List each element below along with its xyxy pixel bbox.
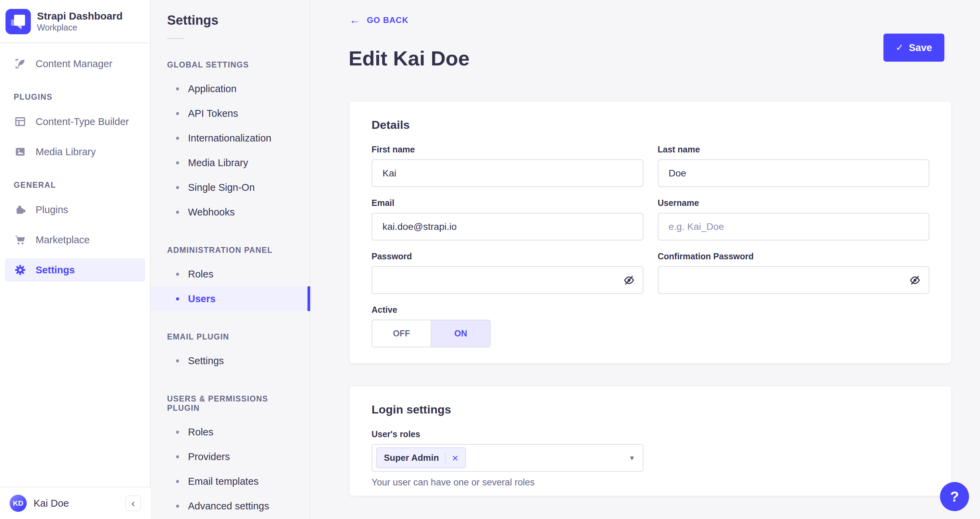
page-title: Edit Kai Doe xyxy=(348,46,469,70)
main-sidebar: Strapi Dashboard Workplace Content Manag… xyxy=(0,0,151,519)
gear-icon xyxy=(14,263,27,277)
bullet-icon xyxy=(176,161,179,164)
divider xyxy=(167,38,183,39)
bullet-icon xyxy=(176,431,179,434)
eye-off-icon[interactable] xyxy=(909,274,921,287)
subnav-heading-administration-panel: ADMINISTRATION PANEL xyxy=(167,246,293,255)
last-name-field: Last name xyxy=(658,145,930,187)
sidebar-item-content-manager[interactable]: Content Manager xyxy=(5,52,145,75)
workspace-subtitle: Workplace xyxy=(37,22,123,33)
settings-nav-item-providers[interactable]: Providers xyxy=(151,444,310,469)
email-field: Email xyxy=(372,198,643,240)
email-input[interactable] xyxy=(372,213,643,240)
settings-nav-item-email-settings[interactable]: Settings xyxy=(151,349,310,373)
puzzle-icon xyxy=(14,203,27,216)
settings-nav-item-admin-roles[interactable]: Roles xyxy=(151,262,310,287)
bullet-icon xyxy=(176,505,179,508)
bullet-icon xyxy=(176,455,179,459)
save-button[interactable]: ✓ Save xyxy=(883,33,944,62)
confirmation-password-label: Confirmation Password xyxy=(658,252,930,261)
bullet-icon xyxy=(176,297,179,301)
roles-helper-text: Your user can have one or several roles xyxy=(372,477,929,488)
settings-nav-item-webhooks[interactable]: Webhooks xyxy=(151,200,310,224)
bullet-icon xyxy=(176,480,179,483)
sidebar-item-plugins[interactable]: Plugins xyxy=(5,198,145,221)
sidebar-item-settings[interactable]: Settings xyxy=(5,258,145,282)
password-label: Password xyxy=(372,252,643,261)
settings-nav-item-single-sign-on[interactable]: Single Sign-On xyxy=(151,175,310,200)
workspace-text: Strapi Dashboard Workplace xyxy=(37,10,123,33)
first-name-input[interactable] xyxy=(372,159,643,187)
roles-select[interactable]: Super Admin × ▾ xyxy=(372,444,643,472)
toggle-on-button[interactable]: ON xyxy=(431,320,490,347)
bullet-icon xyxy=(176,211,179,214)
details-form: First name Last name Email xyxy=(372,145,929,347)
user-roles-label: User's roles xyxy=(372,429,929,439)
subnav-heading-email-plugin: EMAIL PLUGIN xyxy=(167,332,293,342)
sidebar-footer: KD Kai Doe ‹ xyxy=(0,487,151,519)
details-card-title: Details xyxy=(372,118,929,132)
sidebar-item-marketplace[interactable]: Marketplace xyxy=(5,228,145,252)
role-tag-label: Super Admin xyxy=(384,452,439,463)
bullet-icon xyxy=(176,273,179,276)
bullet-icon xyxy=(176,88,179,91)
layout-grid-icon xyxy=(14,115,27,128)
bullet-icon xyxy=(176,137,179,140)
sidebar-item-label: Content Manager xyxy=(36,58,112,70)
settings-nav-item-up-roles[interactable]: Roles xyxy=(151,420,310,444)
username-field: Username xyxy=(658,198,930,240)
sidebar-item-label: Marketplace xyxy=(36,234,90,246)
toggle-off-button[interactable]: OFF xyxy=(372,320,431,347)
settings-nav-label: Single Sign-On xyxy=(188,182,255,193)
settings-nav-item-internationalization[interactable]: Internationalization xyxy=(151,126,310,150)
settings-nav-label: Email templates xyxy=(188,476,259,487)
bullet-icon xyxy=(176,112,179,115)
confirmation-password-input[interactable] xyxy=(658,266,930,294)
strapi-logo-icon xyxy=(5,9,31,34)
sidebar-item-media-library[interactable]: Media Library xyxy=(5,140,145,163)
back-arrow-icon: ← xyxy=(349,14,361,26)
help-button[interactable]: ? xyxy=(940,482,969,511)
sidebar-item-content-type-builder[interactable]: Content-Type Builder xyxy=(5,110,145,133)
last-name-label: Last name xyxy=(658,145,930,154)
divider xyxy=(445,453,446,463)
sidebar-section-plugins: PLUGINS xyxy=(5,92,145,102)
go-back-link[interactable]: ← GO BACK xyxy=(349,14,409,26)
settings-nav-label: Roles xyxy=(188,269,213,280)
question-mark-icon: ? xyxy=(950,489,959,505)
password-input[interactable] xyxy=(372,266,643,294)
active-field: Active OFF ON xyxy=(372,305,643,347)
settings-nav-label: Webhooks xyxy=(188,207,235,218)
first-name-field: First name xyxy=(372,145,643,187)
settings-nav-item-admin-users[interactable]: Users xyxy=(151,287,310,311)
sidebar-item-label: Plugins xyxy=(36,204,68,215)
main-content: ← GO BACK Edit Kai Doe ✓ Save Details Fi… xyxy=(310,0,980,519)
collapse-sidebar-button[interactable]: ‹ xyxy=(125,495,141,511)
settings-nav-label: Application xyxy=(188,83,237,94)
sidebar-nav-list: Content Manager PLUGINS Content-Type Bui… xyxy=(0,43,150,282)
picture-icon xyxy=(14,145,27,158)
settings-nav-item-advanced-settings[interactable]: Advanced settings xyxy=(151,494,310,518)
last-name-input[interactable] xyxy=(658,159,930,187)
user-roles-field: User's roles Super Admin × ▾ Your user c… xyxy=(372,429,929,488)
sidebar-section-general: GENERAL xyxy=(5,180,145,190)
bullet-icon xyxy=(176,359,179,363)
settings-nav-item-media-library[interactable]: Media Library xyxy=(151,150,310,175)
username-input[interactable] xyxy=(658,213,930,240)
close-icon[interactable]: × xyxy=(452,452,458,463)
settings-nav-label: Roles xyxy=(188,427,213,438)
shopping-cart-icon xyxy=(14,233,27,246)
confirmation-password-field: Confirmation Password xyxy=(658,252,930,294)
role-tag: Super Admin × xyxy=(376,447,466,468)
chevron-down-icon[interactable]: ▾ xyxy=(630,454,634,462)
user-name[interactable]: Kai Doe xyxy=(33,498,69,509)
settings-nav-label: Advanced settings xyxy=(188,500,269,512)
first-name-label: First name xyxy=(372,145,643,154)
avatar[interactable]: KD xyxy=(10,495,27,512)
bullet-icon xyxy=(176,186,179,189)
settings-nav-item-email-templates[interactable]: Email templates xyxy=(151,469,310,494)
subnav-heading-global-settings: GLOBAL SETTINGS xyxy=(167,60,293,70)
eye-off-icon[interactable] xyxy=(623,274,635,287)
settings-nav-item-api-tokens[interactable]: API Tokens xyxy=(151,101,310,126)
settings-nav-item-application[interactable]: Application xyxy=(151,76,310,101)
